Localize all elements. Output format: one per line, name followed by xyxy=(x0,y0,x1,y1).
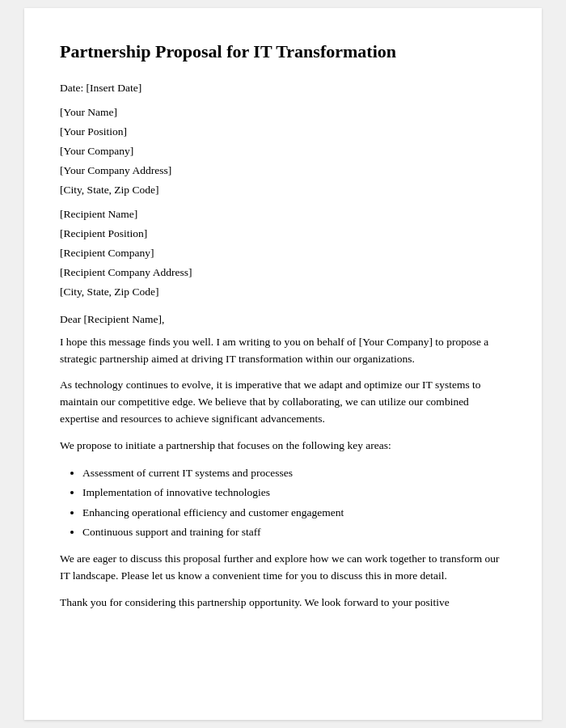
sender-name: [Your Name] xyxy=(60,106,506,119)
salutation: Dear [Recipient Name], xyxy=(60,313,506,326)
recipient-company: [Recipient Company] xyxy=(60,247,506,260)
intro-paragraph: I hope this message finds you well. I am… xyxy=(60,334,506,368)
list-item: Implementation of innovative technologie… xyxy=(82,484,506,502)
document: Partnership Proposal for IT Transformati… xyxy=(24,8,542,720)
sender-city: [City, State, Zip Code] xyxy=(60,184,506,197)
document-title: Partnership Proposal for IT Transformati… xyxy=(60,40,506,64)
page-container: Partnership Proposal for IT Transformati… xyxy=(0,0,566,728)
list-item: Assessment of current IT systems and pro… xyxy=(82,464,506,482)
closing-paragraph-2: Thank you for considering this partnersh… xyxy=(60,595,506,612)
recipient-city: [City, State, Zip Code] xyxy=(60,286,506,298)
proposal-intro-paragraph: We propose to initiate a partnership tha… xyxy=(60,438,506,455)
recipient-name: [Recipient Name] xyxy=(60,208,506,221)
key-areas-list: Assessment of current IT systems and pro… xyxy=(82,464,506,541)
recipient-address: [Recipient Company Address] xyxy=(60,266,506,279)
list-item: Continuous support and training for staf… xyxy=(82,523,506,541)
sender-company: [Your Company] xyxy=(60,145,506,158)
sender-address: [Your Company Address] xyxy=(60,164,506,177)
sender-position: [Your Position] xyxy=(60,125,506,138)
body-paragraph-1: As technology continues to evolve, it is… xyxy=(60,377,506,428)
recipient-position: [Recipient Position] xyxy=(60,227,506,240)
closing-paragraph-1: We are eager to discuss this proposal fu… xyxy=(60,551,506,585)
list-item: Enhancing operational efficiency and cus… xyxy=(82,504,506,522)
date-line: Date: [Insert Date] xyxy=(60,82,506,95)
